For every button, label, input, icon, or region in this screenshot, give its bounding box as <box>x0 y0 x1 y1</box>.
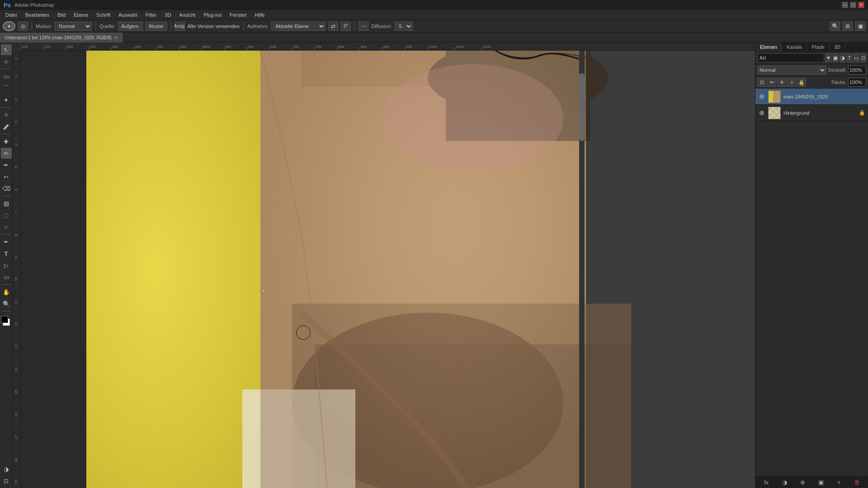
screen-mode-btn[interactable]: ⊡ <box>1 475 12 486</box>
menu-hilfe[interactable]: Hilfe <box>251 11 268 19</box>
move-tool-btn[interactable]: ↖ <box>1 44 12 55</box>
tab-pfade[interactable]: Pfade <box>807 42 830 52</box>
tab-ebenen[interactable]: Ebenen <box>755 42 782 52</box>
lock-transparent-icon[interactable]: ⊡ <box>757 78 766 87</box>
layers-smart-icon[interactable]: ⊡ <box>861 53 866 62</box>
foreground-color-swatch[interactable] <box>1 316 8 323</box>
aufnehm-select[interactable]: Aktuelle Ebene Alle Ebenen <box>271 22 326 31</box>
magic-wand-btn[interactable]: ✦ <box>1 94 12 105</box>
hand-btn[interactable]: ✋ <box>1 286 12 297</box>
svg-point-86 <box>427 353 428 354</box>
layer-item-man[interactable]: man-1845259_1920 <box>755 89 868 105</box>
history-brush-btn[interactable]: ↩ <box>1 171 12 182</box>
diffusion-label: Diffusion: <box>371 23 392 29</box>
menu-filter[interactable]: Filter <box>142 11 160 19</box>
lasso-tool-btn[interactable]: ⌒ <box>1 83 12 94</box>
svg-text:12: 12 <box>14 322 18 326</box>
svg-rect-98 <box>773 91 781 103</box>
layers-filter-dropdown[interactable]: ▼ <box>826 53 831 62</box>
svg-point-85 <box>418 348 420 350</box>
clone-stamp-btn[interactable]: ✒ <box>1 160 12 170</box>
artboard-tool-btn[interactable]: ⊹ <box>1 56 12 67</box>
marquee-tool-btn[interactable]: ▭ <box>1 71 12 82</box>
diffusion-icon[interactable]: ⋯ <box>359 22 368 31</box>
eyedropper-btn[interactable]: 💉 <box>1 121 12 132</box>
pen-btn[interactable]: ✒ <box>1 236 12 247</box>
close-button[interactable]: ✕ <box>858 2 864 8</box>
aufgem-button[interactable]: Aufgem. <box>118 22 143 31</box>
layers-fill-bar: ⊡ ✏ ✛ ⊹ 🔒 Fläche: <box>755 76 868 89</box>
lock-paint-icon[interactable]: ✏ <box>767 78 776 87</box>
tab-kanaele[interactable]: Kanäle <box>782 42 807 52</box>
menu-fenster[interactable]: Fenster <box>226 11 250 19</box>
menu-auswahl[interactable]: Auswahl <box>115 11 141 19</box>
mode-label: Modus: <box>36 23 52 29</box>
brush-size-icon[interactable]: ◎ <box>18 22 28 31</box>
right-panel: Ebenen Kanäle Pfade 3D ▼ ▣ ◑ T ▭ ⊡ Norma… <box>755 42 868 488</box>
path-selection-btn[interactable]: ▷ <box>1 260 12 271</box>
maximize-button[interactable]: □ <box>850 2 856 8</box>
dodge-btn[interactable]: ○ <box>1 221 12 232</box>
svg-rect-103 <box>775 107 778 110</box>
layer-fx-btn[interactable]: fx <box>762 478 771 487</box>
layers-pixel-icon[interactable]: ▣ <box>833 53 838 62</box>
layer-adjustment-btn[interactable]: ⊕ <box>798 478 807 487</box>
heal-tool-btn[interactable]: ✚ <box>1 136 12 147</box>
doc-tab[interactable]: Unbenannt-1 bei 128% (man-1845259_1920, … <box>0 33 123 42</box>
layers-search-input[interactable] <box>757 53 824 62</box>
menu-ebene[interactable]: Ebene <box>70 11 92 19</box>
layers-adjust-icon[interactable]: ◑ <box>840 53 845 62</box>
brush-options-icon[interactable]: ● <box>3 21 15 31</box>
menu-3d[interactable]: 3D <box>161 11 175 19</box>
workspace-icon[interactable]: ⊞ <box>843 22 853 31</box>
gradient-btn[interactable]: ▨ <box>1 198 12 209</box>
shape-btn[interactable]: ▭ <box>1 272 12 282</box>
tool-sep-2 <box>2 107 11 108</box>
layer-visibility-1[interactable] <box>758 93 765 100</box>
crop-tool-btn[interactable]: ⌗ <box>1 109 12 120</box>
svg-point-79 <box>359 362 360 363</box>
menu-bild[interactable]: Bild <box>54 11 69 19</box>
layers-search-bar: ▼ ▣ ◑ T ▭ ⊡ <box>755 52 868 64</box>
lock-move-icon[interactable]: ✛ <box>777 78 786 87</box>
search-icon[interactable]: 🔍 <box>830 22 840 31</box>
tab-3d[interactable]: 3D <box>830 42 845 52</box>
layer-mask-btn[interactable]: ◑ <box>780 478 789 487</box>
fill-label: Fläche: <box>831 80 846 85</box>
menu-schrift[interactable]: Schrift <box>93 11 114 19</box>
layer-item-hintergrund[interactable]: Hintergrund 🔒 <box>755 105 868 121</box>
lock-all-icon[interactable]: 🔒 <box>797 78 806 87</box>
brush-tool-btn[interactable]: ✏ <box>1 148 12 159</box>
layers-type-icon[interactable]: T <box>847 53 852 62</box>
layer-new-btn[interactable]: + <box>835 478 844 487</box>
canvas-viewport[interactable]: + <box>21 51 755 488</box>
panel-toggle-icon[interactable]: ▣ <box>855 22 865 31</box>
muster-button[interactable]: Muster <box>146 22 167 31</box>
opacity-input[interactable] <box>848 66 866 75</box>
layer-group-btn[interactable]: ▣ <box>816 478 826 487</box>
doc-tab-close[interactable]: ✕ <box>114 35 118 40</box>
layer-visibility-2[interactable] <box>758 109 765 117</box>
quick-mask-btn[interactable]: ◑ <box>1 464 12 474</box>
lock-artboard-icon[interactable]: ⊹ <box>787 78 796 87</box>
minimize-button[interactable]: — <box>842 2 848 8</box>
fill-input[interactable] <box>848 78 866 87</box>
diffusion-select[interactable]: S M L <box>395 22 413 31</box>
type-btn[interactable]: T <box>1 248 12 259</box>
layers-panel: ▼ ▣ ◑ T ▭ ⊡ Normal Multiplizieren Aufhel… <box>755 52 868 488</box>
eraser-btn[interactable]: ⌫ <box>1 183 12 194</box>
menu-datei[interactable]: Datei <box>2 11 21 19</box>
svg-text:900: 900 <box>383 45 390 49</box>
mode-select[interactable]: Normal Aufhellen Abdunkeln <box>55 22 92 31</box>
canvas-area: 100 150 200 250 300 350 400 <box>13 42 755 488</box>
blur-btn[interactable]: ◌ <box>1 210 12 221</box>
layer-delete-btn[interactable]: 🗑 <box>853 478 862 487</box>
layers-mode-select[interactable]: Normal Multiplizieren Aufhellen <box>757 66 826 75</box>
menu-ansicht[interactable]: Ansicht <box>175 11 199 19</box>
flip-icon[interactable]: ⇄ <box>328 22 338 31</box>
menu-bearbeiten[interactable]: Bearbeiten <box>22 11 53 19</box>
menu-plugins[interactable]: Plug-ins <box>200 11 225 19</box>
zoom-btn[interactable]: 🔍 <box>1 298 12 309</box>
ausg-icon[interactable]: Ausg. <box>175 22 185 31</box>
layers-shape-icon[interactable]: ▭ <box>854 53 859 62</box>
